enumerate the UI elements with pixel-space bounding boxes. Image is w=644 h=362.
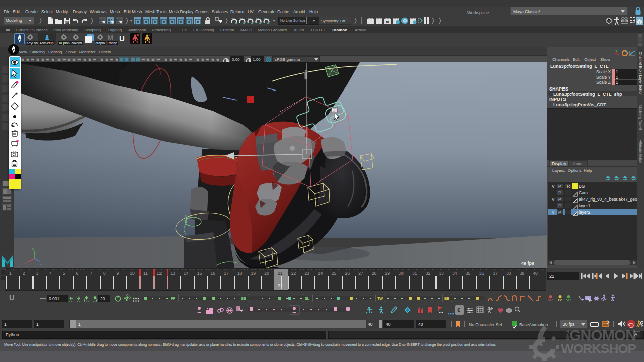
svg-text:y: y <box>32 247 34 251</box>
svg-text:x: x <box>24 261 26 265</box>
svg-text:1: 1 <box>578 295 581 299</box>
svg-text:49 fps: 49 fps <box>521 261 534 266</box>
svg-text:WORKSHOP: WORKSHOP <box>561 342 636 355</box>
svg-text:GNOMON: GNOMON <box>569 327 636 343</box>
svg-text:z: z <box>40 261 42 266</box>
